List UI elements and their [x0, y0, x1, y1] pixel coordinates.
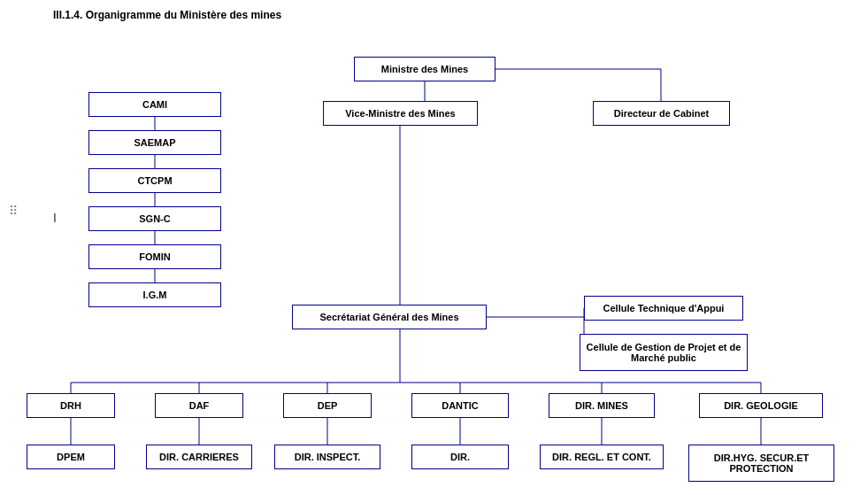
- box-secretariat: Secrétariat Général des Mines: [292, 305, 487, 329]
- box-dep: DEP: [283, 393, 372, 418]
- box-vice-ministre: Vice-Ministre des Mines: [323, 101, 478, 126]
- box-dpem: DPEM: [27, 445, 115, 469]
- box-dir-hyg: DIR.HYG. SECUR.ET PROTECTION: [688, 445, 834, 482]
- box-cellule-tech: Cellule Technique d'Appui: [584, 296, 743, 321]
- box-cami: CAMI: [88, 92, 221, 117]
- box-fomin: FOMIN: [88, 244, 221, 269]
- box-ministre: Ministre des Mines: [354, 57, 495, 81]
- page-title: III.1.4. Organigramme du Ministère des m…: [53, 9, 850, 21]
- box-dir-geologie: DIR. GEOLOGIE: [699, 393, 823, 418]
- box-sgn-c: SGN-C: [88, 206, 221, 231]
- box-dir: DIR.: [411, 445, 509, 469]
- box-dantic: DANTIC: [411, 393, 509, 418]
- box-daf: DAF: [155, 393, 243, 418]
- box-directeur-cabinet: Directeur de Cabinet: [593, 101, 730, 126]
- box-drh: DRH: [27, 393, 115, 418]
- box-igm: I.G.M: [88, 282, 221, 307]
- box-dir-carrieres: DIR. CARRIERES: [146, 445, 252, 469]
- box-ctcpm: CTCPM: [88, 168, 221, 193]
- box-cellule-gestion: Cellule de Gestion de Projet et de March…: [580, 334, 748, 371]
- box-dir-mines: DIR. MINES: [549, 393, 655, 418]
- page: III.1.4. Organigramme du Ministère des m…: [0, 0, 868, 495]
- box-dir-inspect: DIR. INSPECT.: [274, 445, 380, 469]
- org-chart: Ministre des Mines Vice-Ministre des Min…: [18, 39, 849, 491]
- box-saemap: SAEMAP: [88, 130, 221, 155]
- box-dir-regl: DIR. REGL. ET CONT.: [540, 445, 664, 469]
- drag-handle[interactable]: ⠿: [9, 204, 18, 218]
